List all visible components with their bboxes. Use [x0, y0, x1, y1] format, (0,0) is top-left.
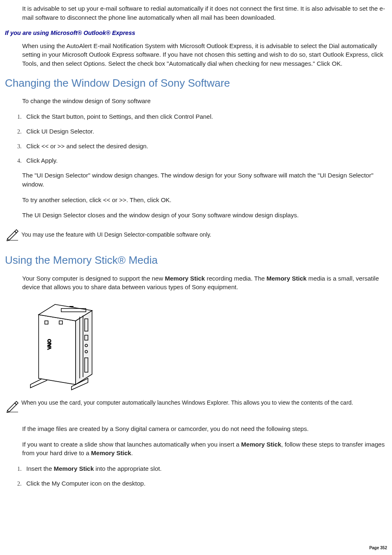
changing-p2: To try another selection, click << or >>… [22, 196, 387, 205]
memstick-steps-list: Insert the Memory Stick into the appropr… [23, 464, 387, 488]
text-span: into the appropriate slot. [94, 465, 161, 472]
list-item: Click the My Computer icon on the deskto… [23, 479, 387, 488]
changing-window-heading: Changing the Window Design of Sony Softw… [5, 76, 387, 91]
text-span: Insert the [26, 465, 54, 472]
changing-intro: To change the window design of Sony soft… [22, 97, 387, 106]
intro-paragraph: It is advisable to set up your e-mail so… [22, 4, 387, 22]
bold-memory-stick: Memory Stick [91, 449, 131, 456]
computer-image: VAIO [22, 298, 104, 391]
list-item: Insert the Memory Stick into the appropr… [23, 464, 387, 473]
list-item: Click UI Design Selector. [23, 127, 387, 136]
bold-memory-stick: Memory Stick [267, 275, 307, 282]
changing-p3: The UI Design Selector closes and the wi… [22, 211, 387, 220]
memory-stick-heading: Using the Memory Stick® Media [5, 253, 387, 268]
note-row-1: You may use the feature with UI Design S… [5, 226, 387, 245]
pencil-note-icon [5, 398, 21, 417]
list-item: Click Apply. [23, 156, 387, 165]
text-span: . [131, 449, 133, 456]
list-item: Click << or >> and select the desired de… [23, 142, 387, 151]
memstick-p2: If the image files are created by a Sony… [22, 424, 387, 433]
memstick-p1: Your Sony computer is designed to suppor… [22, 274, 387, 292]
outlook-heading: If you are using Microsoft® Outlook® Exp… [5, 29, 387, 37]
note-row-2: When you use the card, your computer aut… [5, 398, 387, 417]
bold-memory-stick: Memory Stick [241, 441, 281, 448]
note-1-text: You may use the feature with UI Design S… [21, 226, 211, 239]
memstick-p3: If you want to create a slide show that … [22, 440, 387, 458]
changing-steps-list: Click the Start button, point to Setting… [23, 112, 387, 165]
text-span: If you want to create a slide show that … [22, 441, 241, 448]
pencil-note-icon [5, 226, 21, 245]
changing-p1: The "UI Design Selector" window design c… [22, 171, 387, 189]
list-item: Click the Start button, point to Setting… [23, 112, 387, 121]
svg-text:VAIO: VAIO [47, 339, 52, 350]
outlook-paragraph: When using the AutoAlert E-mail Notifica… [22, 41, 387, 68]
bold-memory-stick: Memory Stick [54, 465, 94, 472]
text-span: Your Sony computer is designed to suppor… [22, 275, 165, 282]
text-span: recording media. The [205, 275, 267, 282]
note-2-text: When you use the card, your computer aut… [21, 399, 353, 406]
bold-memory-stick: Memory Stick [165, 275, 205, 282]
